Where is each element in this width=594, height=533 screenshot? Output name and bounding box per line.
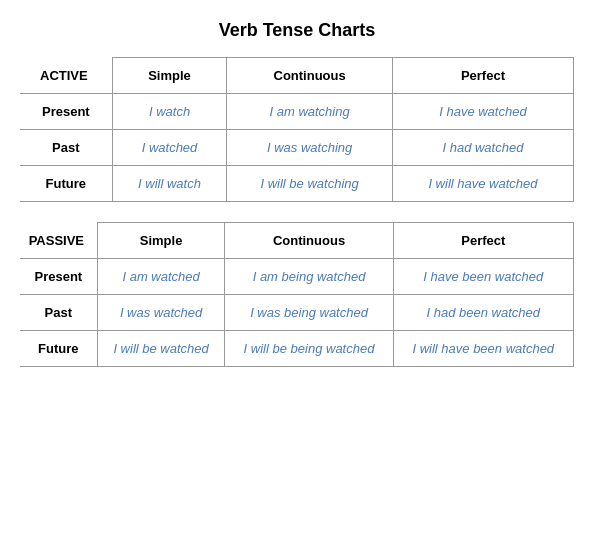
active-past-simple: I watched (112, 130, 227, 166)
passive-section: PASSIVE Simple Continuous Perfect Presen… (20, 222, 574, 367)
passive-past-continuous: I was being watched (225, 295, 393, 331)
active-past-row: Past I watched I was watching I had watc… (20, 130, 574, 166)
passive-header-continuous: Continuous (225, 223, 393, 259)
passive-header-perfect: Perfect (393, 223, 573, 259)
active-past-continuous: I was watching (227, 130, 393, 166)
active-future-simple: I will watch (112, 166, 227, 202)
page-title: Verb Tense Charts (20, 20, 574, 41)
active-label: ACTIVE (20, 58, 112, 94)
passive-past-row: Past I was watched I was being watched I… (20, 295, 574, 331)
active-header-continuous: Continuous (227, 58, 393, 94)
active-section: ACTIVE Simple Continuous Perfect Present… (20, 57, 574, 202)
passive-future-simple: I will be watched (97, 331, 225, 367)
passive-future-continuous: I will be being watched (225, 331, 393, 367)
passive-past-perfect: I had been watched (393, 295, 573, 331)
passive-present-row: Present I am watched I am being watched … (20, 259, 574, 295)
passive-future-row: Future I will be watched I will be being… (20, 331, 574, 367)
active-future-row: Future I will watch I will be watching I… (20, 166, 574, 202)
passive-label: PASSIVE (20, 223, 97, 259)
active-header-simple: Simple (112, 58, 227, 94)
active-header-perfect: Perfect (392, 58, 573, 94)
active-present-simple: I watch (112, 94, 227, 130)
passive-present-label: Present (20, 259, 97, 295)
passive-header-simple: Simple (97, 223, 225, 259)
passive-past-simple: I was watched (97, 295, 225, 331)
passive-present-simple: I am watched (97, 259, 225, 295)
passive-future-perfect: I will have been watched (393, 331, 573, 367)
passive-present-continuous: I am being watched (225, 259, 393, 295)
active-past-perfect: I had watched (392, 130, 573, 166)
active-future-continuous: I will be watching (227, 166, 393, 202)
active-future-perfect: I will have watched (392, 166, 573, 202)
active-past-label: Past (20, 130, 112, 166)
active-present-label: Present (20, 94, 112, 130)
passive-future-label: Future (20, 331, 97, 367)
passive-past-label: Past (20, 295, 97, 331)
passive-present-perfect: I have been watched (393, 259, 573, 295)
active-future-label: Future (20, 166, 112, 202)
active-present-row: Present I watch I am watching I have wat… (20, 94, 574, 130)
active-present-continuous: I am watching (227, 94, 393, 130)
active-present-perfect: I have watched (392, 94, 573, 130)
